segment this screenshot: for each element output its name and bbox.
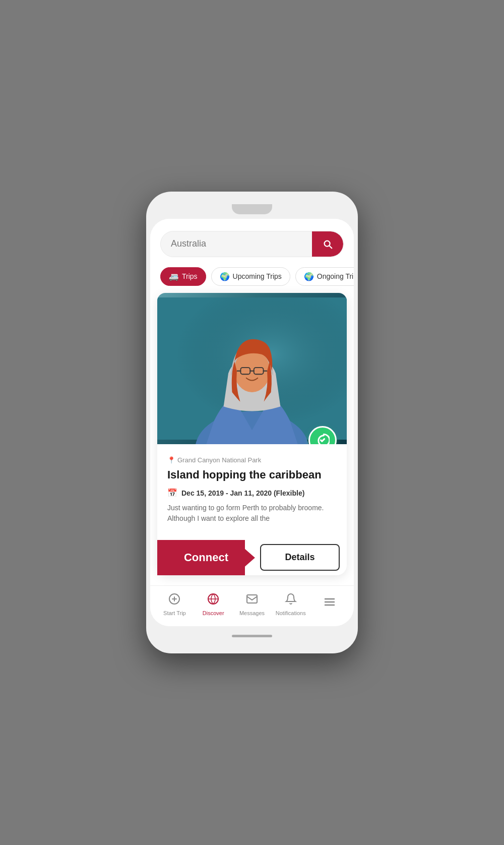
card-image [157, 293, 347, 444]
details-wrapper: Details [245, 540, 347, 575]
card-content: 📍 Grand Canyon National Park Island hopp… [157, 444, 347, 540]
trip-dates: Dec 15, 2019 - Jan 11, 2020 (Flexible) [181, 489, 304, 497]
plus-circle-icon [168, 593, 180, 608]
tab-upcoming-label: Upcoming Trips [233, 272, 282, 280]
tab-upcoming[interactable]: 🌍 Upcoming Trips [211, 267, 290, 286]
nav-notifications-label: Notifications [276, 610, 306, 616]
hamburger-icon [324, 596, 336, 611]
nav-messages[interactable]: Messages [237, 593, 267, 616]
nav-start-trip[interactable]: Start Trip [159, 593, 190, 616]
date-row: 📅 Dec 15, 2019 - Jan 11, 2020 (Flexible) [167, 488, 337, 498]
search-button[interactable] [312, 231, 343, 257]
bell-icon [285, 593, 297, 608]
tab-ongoing-label: Ongoing Trips [317, 272, 354, 280]
filter-tabs: 🚐 Trips 🌍 Upcoming Trips 🌍 Ongoing Trips… [150, 263, 354, 293]
screen-inner: Australia 🚐 Trips 🌍 Upcoming Trips [150, 219, 354, 627]
location-pin-icon: 📍 [167, 456, 175, 464]
trip-card: 📍 Grand Canyon National Park Island hopp… [157, 293, 347, 576]
nav-discover[interactable]: Discover [198, 593, 228, 616]
envelope-icon [246, 593, 258, 608]
phone-frame: Australia 🚐 Trips 🌍 Upcoming Trips [146, 192, 358, 654]
details-button[interactable]: Details [260, 544, 340, 571]
phone-top-bar [150, 202, 354, 217]
trip-description: Just wanting to go form Perth to probabl… [167, 503, 337, 524]
tab-ongoing[interactable]: 🌍 Ongoing Trips [295, 267, 354, 286]
phone-notch [232, 204, 272, 214]
bottom-navigation: Start Trip Discover [150, 585, 354, 626]
card-outer: 📍 Grand Canyon National Park Island hopp… [150, 293, 354, 586]
calendar-icon: 📅 [167, 488, 177, 498]
search-area: Australia [150, 219, 354, 263]
location-row: 📍 Grand Canyon National Park [167, 456, 337, 464]
nav-discover-label: Discover [203, 610, 224, 616]
tab-trips-label: Trips [182, 272, 198, 280]
trips-icon: 🚐 [169, 272, 179, 281]
nav-start-trip-label: Start Trip [163, 610, 186, 616]
tab-trips[interactable]: 🚐 Trips [160, 267, 206, 286]
upcoming-icon: 🌍 [220, 272, 230, 281]
search-input[interactable]: Australia [161, 231, 312, 256]
home-indicator [232, 635, 272, 637]
checkmark-icon [316, 433, 330, 444]
connect-wrapper: Connect [157, 540, 245, 575]
connect-button[interactable]: Connect [157, 540, 245, 575]
action-buttons: Connect Details [157, 540, 347, 575]
nav-notifications[interactable]: Notifications [276, 593, 306, 616]
phone-bottom-bar [150, 628, 354, 643]
ongoing-icon: 🌍 [304, 272, 314, 281]
trip-title: Island hopping the caribbean [167, 468, 337, 482]
nav-menu[interactable] [314, 596, 345, 613]
location-text: Grand Canyon National Park [177, 456, 261, 464]
card-image-illustration [157, 293, 347, 444]
nav-messages-label: Messages [239, 610, 265, 616]
search-icon [322, 238, 333, 250]
globe-icon [207, 593, 219, 608]
search-bar: Australia [160, 231, 344, 257]
svg-rect-11 [247, 595, 257, 603]
phone-screen: Australia 🚐 Trips 🌍 Upcoming Trips [150, 219, 354, 627]
